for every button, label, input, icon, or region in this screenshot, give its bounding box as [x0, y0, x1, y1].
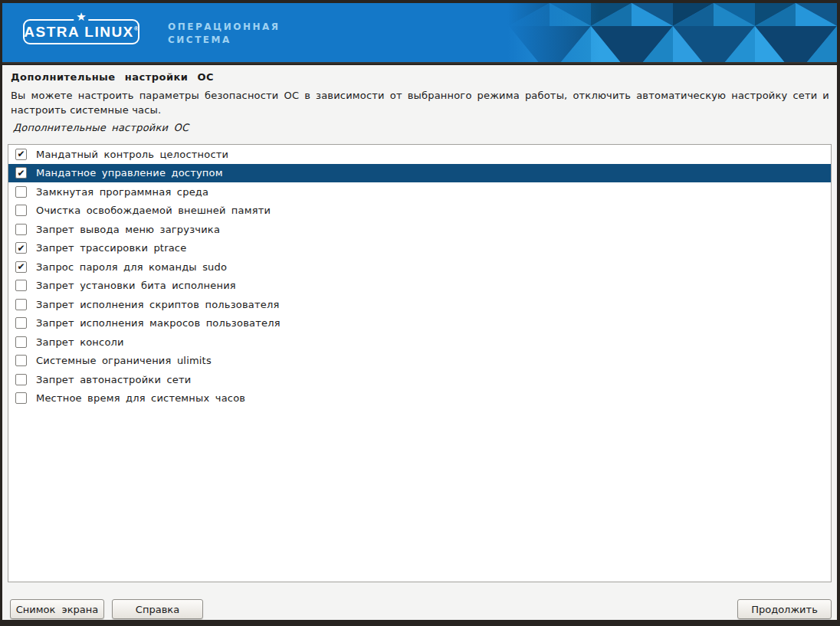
list-item[interactable]: Системные ограничения ulimits	[8, 352, 831, 371]
content-area: Дополнительные настройки ОС Вы можете на…	[2, 65, 837, 620]
option-label: Запрет исполнения скриптов пользователя	[36, 299, 279, 310]
checkbox[interactable]	[15, 392, 27, 404]
astra-linux-logo: ★ ASTRA LINUX®	[23, 19, 139, 44]
option-label: Запрет автонастройки сети	[36, 374, 191, 385]
option-label: Очистка освобождаемой внешней памяти	[36, 205, 271, 216]
checkbox[interactable]	[15, 224, 27, 235]
option-label: Мандатное управление доступом	[36, 167, 223, 179]
list-item[interactable]: Запрет установки бита исполнения	[8, 277, 831, 296]
checkbox[interactable]: ✔	[15, 149, 27, 160]
page-subtitle: Дополнительные настройки ОС	[13, 122, 189, 133]
header-facet-pattern	[507, 3, 837, 64]
list-item[interactable]: ✔ Запрос пароля для команды sudo	[8, 257, 831, 277]
list-item[interactable]: Запрет автонастройки сети	[8, 370, 831, 389]
checkbox[interactable]	[15, 355, 27, 366]
checkbox[interactable]	[15, 374, 27, 385]
option-label: Замкнутая программная среда	[36, 186, 208, 198]
continue-button[interactable]: Продолжить	[737, 599, 832, 619]
option-label: Запрет вывода меню загрузчика	[36, 224, 220, 235]
option-label: Местное время для системных часов	[36, 392, 245, 404]
help-button[interactable]: Справка	[112, 599, 203, 619]
list-item[interactable]: Запрет исполнения макросов пользователя	[8, 314, 831, 333]
checkbox[interactable]: ✔	[15, 167, 27, 179]
list-item[interactable]: Запрет вывода меню загрузчика	[8, 220, 831, 239]
header-banner: ★ ASTRA LINUX® ОПЕРАЦИОННАЯ СИСТЕМА	[2, 3, 837, 64]
checkbox[interactable]: ✔	[15, 261, 27, 273]
list-item[interactable]: Запрет исполнения скриптов пользователя	[8, 295, 831, 314]
option-label: Запрет консоли	[36, 336, 124, 348]
list-item[interactable]: Запрет консоли	[8, 333, 831, 352]
checkbox[interactable]	[15, 280, 27, 291]
screenshot-button[interactable]: Снимок экрана	[10, 599, 104, 619]
star-icon: ★	[74, 11, 88, 23]
brand-caption: ОПЕРАЦИОННАЯ СИСТЕМА	[168, 21, 281, 47]
option-label: Запрет установки бита исполнения	[36, 280, 236, 291]
option-label: Запрос пароля для команды sudo	[36, 261, 227, 273]
registered-mark: ®	[134, 25, 139, 32]
list-item[interactable]: Местное время для системных часов	[8, 389, 831, 408]
list-item[interactable]: Очистка освобождаемой внешней памяти	[8, 202, 831, 221]
page-description: Вы можете настроить параметры безопаснос…	[11, 88, 829, 117]
list-item[interactable]: ✔ Запрет трассировки ptrace	[8, 239, 831, 258]
installer-window: ★ ASTRA LINUX® ОПЕРАЦИОННАЯ СИСТЕМА Допо…	[0, 0, 840, 626]
page-title: Дополнительные настройки ОС	[11, 71, 214, 83]
option-label: Запрет исполнения макросов пользователя	[36, 317, 281, 329]
logo-text: ASTRA LINUX®	[24, 24, 138, 41]
list-item[interactable]: ✔ Мандатное управление доступом	[8, 164, 831, 183]
checkbox[interactable]	[15, 299, 27, 310]
option-label: Мандатный контроль целостности	[36, 149, 228, 160]
options-list[interactable]: ✔ Мандатный контроль целостности ✔ Манда…	[8, 144, 832, 582]
checkbox[interactable]	[15, 186, 27, 198]
checkbox[interactable]	[15, 317, 27, 329]
checkbox[interactable]	[15, 205, 27, 216]
list-item[interactable]: Замкнутая программная среда	[8, 182, 831, 202]
option-label: Запрет трассировки ptrace	[36, 242, 186, 254]
list-item[interactable]: ✔ Мандатный контроль целостности	[8, 145, 831, 164]
checkbox[interactable]: ✔	[15, 242, 27, 254]
checkbox[interactable]	[15, 336, 27, 348]
option-label: Системные ограничения ulimits	[36, 355, 212, 366]
